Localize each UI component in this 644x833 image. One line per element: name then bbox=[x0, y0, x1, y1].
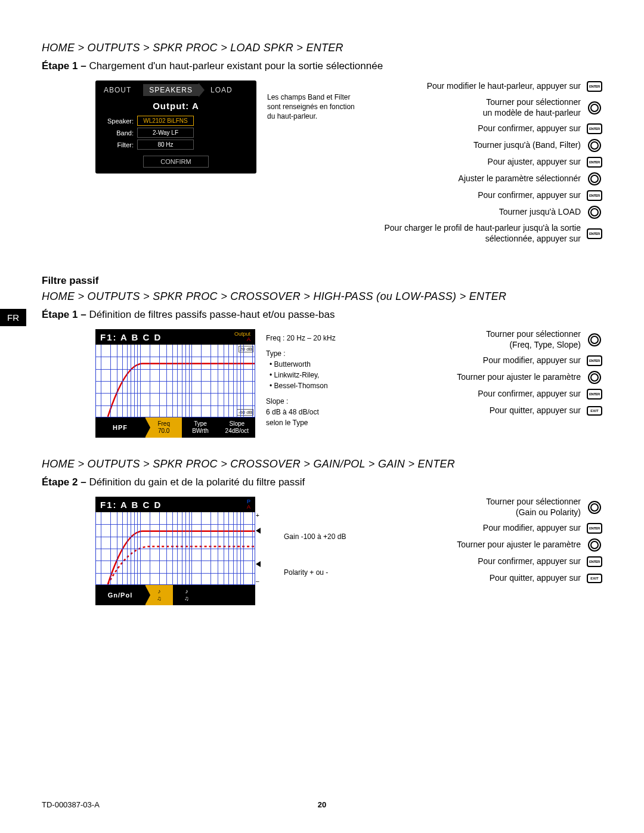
gn-param-notes: Gain -100 à +20 dB Polarity + ou - bbox=[284, 500, 379, 578]
instruction-line: Tourner pour ajuster le paramètre bbox=[372, 371, 602, 383]
instruction-line: Pour ajuster, appuyer surENTER bbox=[367, 156, 602, 168]
gnpol-label: Gn/Pol bbox=[95, 585, 145, 605]
tab-about[interactable]: ABOUT bbox=[98, 84, 137, 96]
breadcrumb-load-spkr: HOME > OUTPUTS > SPKR PROC > LOAD SPKR >… bbox=[42, 42, 602, 54]
instruction-line: Pour modifier le haut-parleur, appuyer s… bbox=[367, 80, 602, 92]
instruction-line: Pour quitter, appuyer surEXIT bbox=[390, 572, 602, 584]
instruction-line: Ajuster le paramètre sélectionnér bbox=[367, 173, 602, 185]
speaker-value[interactable]: WL2102 BiLFNS bbox=[137, 116, 194, 126]
exit-key-icon: EXIT bbox=[587, 572, 602, 584]
enter-key-icon: ENTER bbox=[587, 388, 602, 400]
instruction-line: Pour quitter, appuyer surEXIT bbox=[372, 405, 602, 417]
document-id: TD-000387-03-A bbox=[42, 800, 100, 809]
instruction-line: Tourner pour sélectionner (Gain ou Polar… bbox=[390, 497, 602, 518]
gnpol-chart: F1: A B C D PA + – Gn/Pol ♪♫ ♪♫ bbox=[95, 497, 255, 605]
instruction-line: Tourner jusqu'à (Band, Filter) bbox=[367, 140, 602, 151]
instruction-line: Pour confirmer, appuyer surENTER bbox=[367, 190, 602, 202]
instruction-line: Pour modifier, appuyer surENTER bbox=[390, 522, 602, 534]
instruction-line: Pour confirmer, appuyer surENTER bbox=[390, 556, 602, 568]
instruction-line: Pour confirmer, appuyer surENTER bbox=[372, 388, 602, 400]
dial-icon bbox=[587, 206, 602, 218]
enter-key-icon: ENTER bbox=[587, 522, 602, 534]
band-value[interactable]: 2-Way LF bbox=[137, 128, 194, 138]
breadcrumb-crossover-hp: HOME > OUTPUTS > SPKR PROC > CROSSOVER >… bbox=[42, 290, 602, 303]
hpf-param-notes: Freq : 20 Hz – 20 kHz Type : Butterworth… bbox=[266, 333, 361, 428]
dial-icon bbox=[587, 539, 602, 551]
enter-key-icon: ENTER bbox=[587, 355, 602, 367]
gain-c-cell[interactable] bbox=[200, 585, 228, 605]
instruction-line: Tourner pour ajuster le paramètre bbox=[390, 539, 602, 551]
hpf-type-cell[interactable]: TypeBWrth bbox=[182, 417, 218, 438]
enter-key-icon: ENTER bbox=[587, 228, 602, 240]
gain-d-cell[interactable] bbox=[228, 585, 255, 605]
exit-key-icon: EXIT bbox=[587, 405, 602, 417]
filter-value[interactable]: 80 Hz bbox=[137, 140, 194, 150]
breadcrumb-gain-pol: HOME > OUTPUTS > SPKR PROC > CROSSOVER >… bbox=[42, 458, 602, 470]
enter-key-icon: ENTER bbox=[587, 156, 602, 168]
instruction-line: Pour charger le profil de haut-parleur j… bbox=[367, 223, 602, 244]
instruction-line: Tourner jusqu'à LOAD bbox=[367, 206, 602, 218]
dial-icon bbox=[587, 102, 602, 114]
page-number: 20 bbox=[318, 800, 326, 809]
band-label: Band: bbox=[101, 129, 134, 137]
step-2-gain: Étape 2 – Définition du gain et de la po… bbox=[42, 476, 602, 488]
instruction-line: Tourner pour sélectionner un modèle de h… bbox=[367, 97, 602, 118]
enter-key-icon: ENTER bbox=[587, 190, 602, 202]
band-filter-note: Les champs Band et Filter sont renseigné… bbox=[267, 92, 357, 122]
hpf-slope-cell[interactable]: Slope24dB/oct bbox=[219, 417, 255, 438]
tab-speakers[interactable]: SPEAKERS bbox=[143, 84, 199, 96]
dial-icon bbox=[587, 334, 602, 346]
enter-key-icon: ENTER bbox=[587, 556, 602, 568]
dial-icon bbox=[587, 173, 602, 185]
instructions-section-1: Pour modifier le haut-parleur, appuyer s… bbox=[367, 80, 602, 249]
dial-icon bbox=[587, 140, 602, 151]
dial-icon bbox=[587, 501, 602, 513]
enter-key-icon: ENTER bbox=[587, 123, 602, 135]
tab-load[interactable]: LOAD bbox=[205, 84, 239, 96]
instruction-line: Tourner pour sélectionner (Freq, Type, S… bbox=[372, 329, 602, 350]
instruction-line: Pour confirmer, appuyer surENTER bbox=[367, 123, 602, 135]
instructions-section-2: Tourner pour sélectionner (Freq, Type, S… bbox=[372, 329, 602, 422]
chart-title-gn: F1: A B C D bbox=[100, 500, 162, 510]
hpf-label: HPF bbox=[95, 417, 145, 438]
hpf-chart: F1: A B C D OutputA 20 dB -60 dB HPF Fre… bbox=[95, 329, 255, 438]
enter-key-icon: ENTER bbox=[587, 80, 602, 92]
step-1-filter: Étape 1 – Définition de filtres passifs … bbox=[42, 309, 602, 321]
confirm-button[interactable]: CONFIRM bbox=[143, 156, 208, 168]
output-channel-label: Output: A bbox=[98, 101, 254, 111]
hpf-freq-cell[interactable]: Freq70.0 bbox=[145, 417, 182, 438]
gain-b-cell[interactable]: ♪♫ bbox=[173, 585, 200, 605]
speaker-label: Speaker: bbox=[101, 117, 134, 125]
filter-passif-heading: Filtre passif bbox=[42, 275, 602, 287]
filter-label: Filter: bbox=[101, 141, 134, 148]
dial-icon bbox=[587, 371, 602, 383]
instruction-line: Pour modifier, appuyer surENTER bbox=[372, 355, 602, 367]
chart-title-hpf: F1: A B C D bbox=[100, 332, 162, 342]
gain-minus: – bbox=[256, 578, 259, 584]
device-screen-load-speaker: ABOUT SPEAKERS LOAD Output: A Speaker:WL… bbox=[95, 80, 256, 174]
instructions-section-3: Tourner pour sélectionner (Gain ou Polar… bbox=[390, 497, 602, 589]
language-tab: FR bbox=[0, 309, 26, 326]
step-1-load: Étape 1 – Chargement d'un haut-parleur e… bbox=[42, 60, 602, 72]
gain-plus: + bbox=[256, 512, 259, 519]
